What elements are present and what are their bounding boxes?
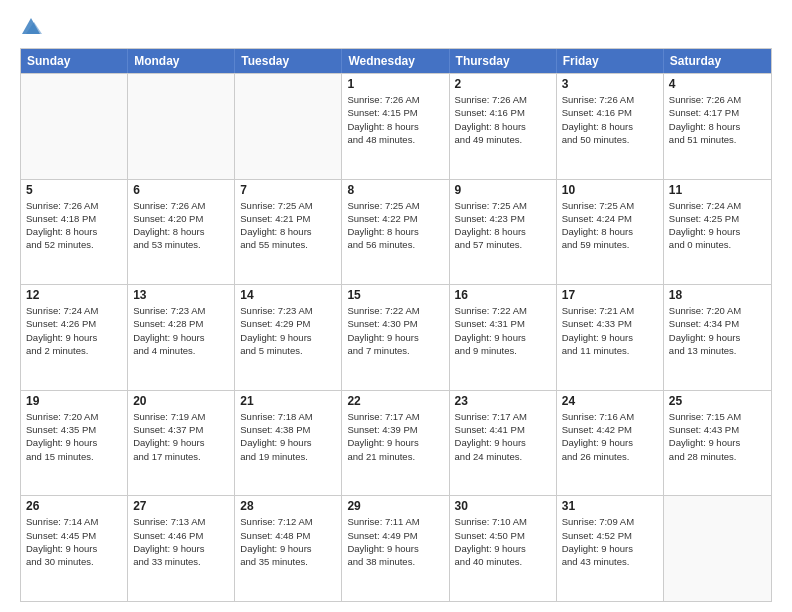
day-number: 12 (26, 288, 122, 302)
calendar-cell: 27Sunrise: 7:13 AM Sunset: 4:46 PM Dayli… (128, 496, 235, 601)
calendar-cell: 3Sunrise: 7:26 AM Sunset: 4:16 PM Daylig… (557, 74, 664, 179)
day-number: 10 (562, 183, 658, 197)
calendar-row-3: 19Sunrise: 7:20 AM Sunset: 4:35 PM Dayli… (21, 390, 771, 496)
calendar-cell: 4Sunrise: 7:26 AM Sunset: 4:17 PM Daylig… (664, 74, 771, 179)
header-day-wednesday: Wednesday (342, 49, 449, 73)
calendar-cell: 22Sunrise: 7:17 AM Sunset: 4:39 PM Dayli… (342, 391, 449, 496)
calendar: SundayMondayTuesdayWednesdayThursdayFrid… (20, 48, 772, 602)
cell-content: Sunrise: 7:26 AM Sunset: 4:20 PM Dayligh… (133, 199, 229, 252)
calendar-cell (21, 74, 128, 179)
cell-content: Sunrise: 7:25 AM Sunset: 4:22 PM Dayligh… (347, 199, 443, 252)
calendar-cell: 17Sunrise: 7:21 AM Sunset: 4:33 PM Dayli… (557, 285, 664, 390)
cell-content: Sunrise: 7:17 AM Sunset: 4:39 PM Dayligh… (347, 410, 443, 463)
calendar-body: 1Sunrise: 7:26 AM Sunset: 4:15 PM Daylig… (21, 73, 771, 601)
header-day-friday: Friday (557, 49, 664, 73)
day-number: 22 (347, 394, 443, 408)
cell-content: Sunrise: 7:10 AM Sunset: 4:50 PM Dayligh… (455, 515, 551, 568)
cell-content: Sunrise: 7:18 AM Sunset: 4:38 PM Dayligh… (240, 410, 336, 463)
day-number: 15 (347, 288, 443, 302)
calendar-cell (664, 496, 771, 601)
cell-content: Sunrise: 7:23 AM Sunset: 4:28 PM Dayligh… (133, 304, 229, 357)
day-number: 31 (562, 499, 658, 513)
day-number: 13 (133, 288, 229, 302)
cell-content: Sunrise: 7:26 AM Sunset: 4:16 PM Dayligh… (455, 93, 551, 146)
day-number: 24 (562, 394, 658, 408)
cell-content: Sunrise: 7:15 AM Sunset: 4:43 PM Dayligh… (669, 410, 766, 463)
header-day-sunday: Sunday (21, 49, 128, 73)
cell-content: Sunrise: 7:12 AM Sunset: 4:48 PM Dayligh… (240, 515, 336, 568)
cell-content: Sunrise: 7:17 AM Sunset: 4:41 PM Dayligh… (455, 410, 551, 463)
cell-content: Sunrise: 7:14 AM Sunset: 4:45 PM Dayligh… (26, 515, 122, 568)
cell-content: Sunrise: 7:26 AM Sunset: 4:15 PM Dayligh… (347, 93, 443, 146)
day-number: 19 (26, 394, 122, 408)
calendar-cell: 28Sunrise: 7:12 AM Sunset: 4:48 PM Dayli… (235, 496, 342, 601)
calendar-cell: 5Sunrise: 7:26 AM Sunset: 4:18 PM Daylig… (21, 180, 128, 285)
logo (20, 16, 46, 38)
calendar-cell: 31Sunrise: 7:09 AM Sunset: 4:52 PM Dayli… (557, 496, 664, 601)
cell-content: Sunrise: 7:20 AM Sunset: 4:34 PM Dayligh… (669, 304, 766, 357)
calendar-row-0: 1Sunrise: 7:26 AM Sunset: 4:15 PM Daylig… (21, 73, 771, 179)
day-number: 30 (455, 499, 551, 513)
cell-content: Sunrise: 7:23 AM Sunset: 4:29 PM Dayligh… (240, 304, 336, 357)
calendar-cell: 2Sunrise: 7:26 AM Sunset: 4:16 PM Daylig… (450, 74, 557, 179)
logo-icon (20, 16, 42, 38)
header-day-saturday: Saturday (664, 49, 771, 73)
day-number: 17 (562, 288, 658, 302)
day-number: 5 (26, 183, 122, 197)
calendar-row-1: 5Sunrise: 7:26 AM Sunset: 4:18 PM Daylig… (21, 179, 771, 285)
calendar-cell: 1Sunrise: 7:26 AM Sunset: 4:15 PM Daylig… (342, 74, 449, 179)
header-day-tuesday: Tuesday (235, 49, 342, 73)
header-day-monday: Monday (128, 49, 235, 73)
cell-content: Sunrise: 7:26 AM Sunset: 4:18 PM Dayligh… (26, 199, 122, 252)
calendar-cell: 15Sunrise: 7:22 AM Sunset: 4:30 PM Dayli… (342, 285, 449, 390)
cell-content: Sunrise: 7:13 AM Sunset: 4:46 PM Dayligh… (133, 515, 229, 568)
calendar-cell (235, 74, 342, 179)
day-number: 25 (669, 394, 766, 408)
day-number: 14 (240, 288, 336, 302)
calendar-cell: 7Sunrise: 7:25 AM Sunset: 4:21 PM Daylig… (235, 180, 342, 285)
day-number: 2 (455, 77, 551, 91)
cell-content: Sunrise: 7:21 AM Sunset: 4:33 PM Dayligh… (562, 304, 658, 357)
calendar-cell: 23Sunrise: 7:17 AM Sunset: 4:41 PM Dayli… (450, 391, 557, 496)
calendar-cell: 6Sunrise: 7:26 AM Sunset: 4:20 PM Daylig… (128, 180, 235, 285)
cell-content: Sunrise: 7:22 AM Sunset: 4:30 PM Dayligh… (347, 304, 443, 357)
calendar-cell: 9Sunrise: 7:25 AM Sunset: 4:23 PM Daylig… (450, 180, 557, 285)
cell-content: Sunrise: 7:20 AM Sunset: 4:35 PM Dayligh… (26, 410, 122, 463)
calendar-cell: 19Sunrise: 7:20 AM Sunset: 4:35 PM Dayli… (21, 391, 128, 496)
calendar-row-2: 12Sunrise: 7:24 AM Sunset: 4:26 PM Dayli… (21, 284, 771, 390)
cell-content: Sunrise: 7:25 AM Sunset: 4:24 PM Dayligh… (562, 199, 658, 252)
day-number: 6 (133, 183, 229, 197)
calendar-header: SundayMondayTuesdayWednesdayThursdayFrid… (21, 49, 771, 73)
day-number: 18 (669, 288, 766, 302)
calendar-cell: 30Sunrise: 7:10 AM Sunset: 4:50 PM Dayli… (450, 496, 557, 601)
calendar-cell: 14Sunrise: 7:23 AM Sunset: 4:29 PM Dayli… (235, 285, 342, 390)
calendar-cell: 20Sunrise: 7:19 AM Sunset: 4:37 PM Dayli… (128, 391, 235, 496)
cell-content: Sunrise: 7:26 AM Sunset: 4:16 PM Dayligh… (562, 93, 658, 146)
calendar-cell: 25Sunrise: 7:15 AM Sunset: 4:43 PM Dayli… (664, 391, 771, 496)
cell-content: Sunrise: 7:09 AM Sunset: 4:52 PM Dayligh… (562, 515, 658, 568)
cell-content: Sunrise: 7:16 AM Sunset: 4:42 PM Dayligh… (562, 410, 658, 463)
calendar-cell: 12Sunrise: 7:24 AM Sunset: 4:26 PM Dayli… (21, 285, 128, 390)
cell-content: Sunrise: 7:11 AM Sunset: 4:49 PM Dayligh… (347, 515, 443, 568)
page: SundayMondayTuesdayWednesdayThursdayFrid… (0, 0, 792, 612)
day-number: 28 (240, 499, 336, 513)
cell-content: Sunrise: 7:25 AM Sunset: 4:21 PM Dayligh… (240, 199, 336, 252)
cell-content: Sunrise: 7:25 AM Sunset: 4:23 PM Dayligh… (455, 199, 551, 252)
cell-content: Sunrise: 7:24 AM Sunset: 4:26 PM Dayligh… (26, 304, 122, 357)
calendar-cell: 13Sunrise: 7:23 AM Sunset: 4:28 PM Dayli… (128, 285, 235, 390)
calendar-cell: 21Sunrise: 7:18 AM Sunset: 4:38 PM Dayli… (235, 391, 342, 496)
day-number: 20 (133, 394, 229, 408)
calendar-cell: 10Sunrise: 7:25 AM Sunset: 4:24 PM Dayli… (557, 180, 664, 285)
cell-content: Sunrise: 7:26 AM Sunset: 4:17 PM Dayligh… (669, 93, 766, 146)
cell-content: Sunrise: 7:19 AM Sunset: 4:37 PM Dayligh… (133, 410, 229, 463)
header (20, 16, 772, 38)
day-number: 29 (347, 499, 443, 513)
header-day-thursday: Thursday (450, 49, 557, 73)
calendar-cell: 18Sunrise: 7:20 AM Sunset: 4:34 PM Dayli… (664, 285, 771, 390)
day-number: 1 (347, 77, 443, 91)
day-number: 7 (240, 183, 336, 197)
day-number: 11 (669, 183, 766, 197)
calendar-cell: 11Sunrise: 7:24 AM Sunset: 4:25 PM Dayli… (664, 180, 771, 285)
day-number: 4 (669, 77, 766, 91)
day-number: 27 (133, 499, 229, 513)
